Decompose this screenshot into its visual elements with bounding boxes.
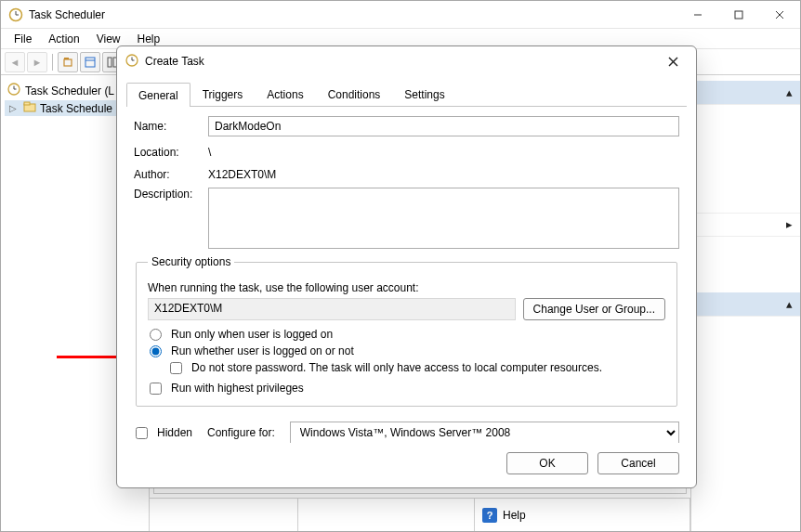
tree-expand-icon[interactable]: ▷	[7, 103, 20, 113]
menu-file[interactable]: File	[7, 31, 39, 47]
hidden-label: Hidden	[157, 426, 192, 439]
checkbox-highest-priv[interactable]	[150, 383, 162, 395]
dialog-close-button[interactable]	[657, 50, 689, 72]
app-title: Task Scheduler	[29, 8, 677, 21]
minimize-button[interactable]	[677, 1, 718, 28]
chevron-up-icon-2: ▴	[786, 297, 793, 311]
toolbar-separator	[52, 54, 53, 71]
cancel-button[interactable]: Cancel	[597, 452, 679, 474]
hidden-row[interactable]: Hidden	[134, 426, 192, 439]
bottom-cell-1	[150, 499, 298, 531]
configure-for-select[interactable]: Windows Vista™, Windows Server™ 2008	[290, 422, 679, 443]
location-value: \	[208, 143, 679, 162]
nav-back-button[interactable]: ◄	[5, 52, 25, 72]
radio-logged-on-row[interactable]: Run only when user is logged on	[148, 328, 665, 341]
highest-priv-label: Run with highest privileges	[171, 382, 304, 395]
bottom-cell-help[interactable]: ? Help	[475, 499, 690, 531]
bottom-cell-2	[298, 499, 475, 531]
svg-rect-8	[64, 58, 69, 59]
bottom-split: ? Help	[150, 498, 690, 531]
create-task-dialog: Create Task General Triggers Actions Con…	[116, 45, 697, 488]
clock-icon	[7, 82, 21, 99]
svg-rect-4	[735, 11, 742, 19]
actions-row-2[interactable]: ▸	[691, 213, 800, 237]
toolbar-button-1[interactable]	[58, 52, 78, 72]
nav-forward-button[interactable]: ►	[27, 52, 47, 72]
change-user-button[interactable]: Change User or Group...	[523, 298, 665, 320]
security-options-group: Security options When running the task, …	[136, 255, 677, 407]
radio-logged-on[interactable]	[150, 329, 162, 341]
svg-rect-17	[24, 102, 30, 105]
checkbox-no-store-pw[interactable]	[170, 362, 182, 374]
svg-rect-7	[64, 59, 72, 66]
description-input[interactable]	[208, 188, 679, 249]
actions-pane: ▴ ▸ ▴	[690, 75, 800, 531]
tab-settings[interactable]: Settings	[392, 82, 456, 106]
clock-icon	[125, 53, 139, 71]
tree-child-label: Task Schedule	[40, 102, 112, 115]
user-account-field: X12DEXT0\M	[148, 298, 516, 320]
app-icon	[8, 7, 23, 22]
name-label: Name:	[134, 120, 208, 133]
general-tab-panel: Name: Location: \ Author: X12DEXT0\M Des…	[117, 107, 696, 443]
maximize-button[interactable]	[718, 1, 759, 28]
configure-for-label: Configure for:	[207, 426, 275, 439]
menu-action[interactable]: Action	[41, 31, 86, 47]
radio-whether[interactable]	[150, 345, 162, 357]
no-store-pw-label: Do not store password. The task will onl…	[191, 361, 602, 374]
tab-general[interactable]: General	[126, 83, 190, 107]
main-window: Task Scheduler File Action View Help ◄ ►…	[0, 0, 801, 532]
radio-whether-label: Run whether user is logged on or not	[171, 344, 354, 357]
chevron-right-icon: ▸	[786, 217, 793, 231]
bottom-help-label: Help	[503, 509, 526, 522]
dialog-titlebar: Create Task	[117, 46, 696, 76]
window-controls	[677, 1, 800, 28]
tree-root-label: Task Scheduler (L	[25, 84, 114, 97]
when-running-label: When running the task, use the following…	[148, 281, 665, 294]
tab-conditions[interactable]: Conditions	[316, 82, 393, 106]
toolbar-button-2[interactable]	[80, 52, 100, 72]
svg-rect-9	[85, 58, 95, 67]
no-store-pw-row[interactable]: Do not store password. The task will onl…	[168, 361, 665, 374]
author-label: Author:	[134, 168, 208, 181]
menu-help[interactable]: Help	[130, 31, 168, 47]
actions-row-3[interactable]: ▴	[691, 292, 800, 317]
radio-logged-on-label: Run only when user is logged on	[171, 328, 333, 341]
security-legend: Security options	[148, 255, 234, 268]
location-label: Location:	[134, 146, 208, 159]
name-input[interactable]	[208, 116, 679, 136]
main-titlebar: Task Scheduler	[1, 1, 800, 29]
tab-triggers[interactable]: Triggers	[190, 82, 256, 106]
actions-row-1[interactable]: ▴	[691, 81, 800, 105]
checkbox-hidden[interactable]	[136, 427, 148, 439]
tab-actions[interactable]: Actions	[255, 82, 315, 106]
close-button[interactable]	[759, 1, 800, 28]
tabstrip: General Triggers Actions Conditions Sett…	[117, 76, 696, 106]
ok-button[interactable]: OK	[506, 452, 588, 474]
chevron-up-icon: ▴	[786, 85, 793, 99]
help-icon: ?	[482, 508, 497, 523]
highest-priv-row[interactable]: Run with highest privileges	[148, 382, 665, 395]
svg-rect-11	[108, 58, 112, 67]
folder-icon	[23, 101, 36, 115]
menu-view[interactable]: View	[89, 31, 128, 47]
author-value: X12DEXT0\M	[208, 168, 679, 181]
radio-whether-row[interactable]: Run whether user is logged on or not	[148, 344, 665, 357]
dialog-title: Create Task	[145, 55, 657, 68]
description-label: Description:	[134, 188, 208, 201]
dialog-buttons: OK Cancel	[117, 443, 696, 487]
